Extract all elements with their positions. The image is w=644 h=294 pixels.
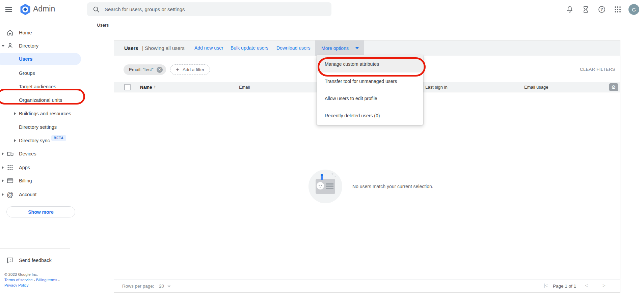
page-indicator: Page 1 of 1 [553,284,576,289]
legal-footer: © 2023 Google Inc. Terms of service - Bi… [4,272,60,288]
chevron-down-icon[interactable] [1,45,5,47]
menu-item-manage-custom-attributes[interactable]: Manage custom attributes [317,55,423,72]
column-header-email-usage[interactable]: Email usage [524,85,548,90]
global-search[interactable] [87,2,331,16]
chevron-right-icon[interactable] [2,166,4,169]
sidebar-item-directory-sync[interactable]: Directory sync BETA [0,136,84,145]
search-icon [92,6,100,13]
privacy-policy-link[interactable]: Privacy Policy [4,283,29,287]
notifications-bell-icon[interactable] [566,5,574,13]
chevron-right-icon[interactable] [14,112,16,115]
sidebar-item-home[interactable]: Home [0,28,84,37]
devices-icon [6,150,14,158]
apps-icon [6,164,14,172]
column-header-last-sign-in[interactable]: Last sign in [425,85,448,90]
sidebar-item-directory[interactable]: Directory [0,41,84,50]
at-sign-icon: @ [6,190,14,199]
sidebar-item-account[interactable]: @ Account [0,190,84,199]
send-feedback-link[interactable]: Send feedback [0,256,84,265]
chevron-right-icon[interactable] [2,179,4,182]
menu-hamburger-icon[interactable] [5,5,14,13]
svg-text:?: ? [600,7,603,12]
first-page-icon[interactable]: |< [544,283,547,288]
help-icon[interactable]: ? [598,5,606,13]
toolbar-subtitle: | Showing all users [142,45,185,51]
app-header: Admin ? G [0,0,644,19]
column-header-email[interactable]: Email [239,85,250,90]
sidebar-divider [0,248,70,249]
table-footer: Rows per page: 20 |< Page 1 of 1 < > [114,280,620,292]
chevron-right-icon[interactable] [14,139,16,142]
plus-icon: + [176,66,179,73]
select-all-checkbox[interactable] [124,84,131,90]
search-input[interactable] [105,6,314,12]
copyright-text: © 2023 Google Inc. [4,272,60,277]
sidebar-item-billing[interactable]: Billing [0,176,84,185]
empty-state-message: No users match your current selection. [352,184,433,189]
empty-state: No users match your current selection. [308,170,433,203]
filter-chip-email[interactable]: Email: "test" ✕ [124,64,166,75]
rows-per-page-select[interactable]: 20 [159,284,164,289]
sidebar-item-groups[interactable]: Groups [0,69,84,78]
prev-page-icon[interactable]: < [585,283,588,288]
sidebar-item-users[interactable]: Users [0,55,84,63]
terms-of-service-link[interactable]: Terms of service [4,278,33,282]
chevron-right-icon[interactable] [2,152,4,155]
sidebar-item-directory-settings[interactable]: Directory settings [0,123,84,131]
hourglass-icon[interactable] [582,5,590,13]
download-users-link[interactable]: Download users [276,45,310,51]
more-options-button[interactable]: More options [315,40,364,56]
show-more-button[interactable]: Show more [6,206,75,217]
sidebar-item-apps[interactable]: Apps [0,163,84,172]
next-page-icon[interactable]: > [602,283,605,288]
feedback-icon [6,256,14,264]
sidebar-nav: Home Directory Users Groups Target audie… [0,19,87,294]
chevron-down-icon [355,47,359,49]
sidebar-item-devices[interactable]: Devices [0,149,84,158]
menu-item-transfer-tool[interactable]: Transfer tool for unmanaged users [317,72,423,90]
toolbar-title: Users [124,45,138,51]
person-icon [6,42,14,50]
beta-badge: BETA [51,135,66,141]
bulk-update-users-link[interactable]: Bulk update users [231,45,268,51]
clear-filters-button[interactable]: CLEAR FILTERS [580,67,615,72]
apps-grid-icon[interactable] [614,5,622,13]
credit-card-icon [6,177,14,185]
column-header-name[interactable]: Name [140,85,152,90]
manage-columns-gear-icon[interactable]: ⚙ [609,83,618,91]
sidebar-item-buildings-resources[interactable]: Buildings and resources [0,109,84,118]
chevron-right-icon[interactable] [2,193,4,196]
users-toolbar: Users | Showing all users Add new user B… [114,40,620,56]
remove-filter-icon[interactable]: ✕ [157,67,163,73]
product-name: Admin [33,4,55,13]
rows-per-page-label: Rows per page: [122,284,154,289]
sort-ascending-icon[interactable]: ↑ [154,84,156,89]
chevron-down-icon[interactable] [167,286,171,287]
menu-item-recently-deleted-users[interactable]: Recently deleted users (0) [317,107,423,124]
billing-terms-link[interactable]: Billing terms [36,278,57,282]
page-breadcrumb: Users [97,23,109,28]
home-icon [6,29,14,37]
account-avatar[interactable]: G [628,4,639,15]
add-new-user-link[interactable]: Add new user [194,45,223,51]
sidebar-item-target-audiences[interactable]: Target audiences [0,82,84,91]
sidebar-item-organizational-units[interactable]: Organizational units [0,96,84,105]
menu-item-allow-users-edit-profile[interactable]: Allow users to edit profile [317,90,423,107]
add-filter-button[interactable]: + Add a filter [170,64,210,75]
google-admin-logo [19,3,32,16]
empty-state-illustration [308,170,342,203]
more-options-menu: Manage custom attributes Transfer tool f… [317,55,423,125]
